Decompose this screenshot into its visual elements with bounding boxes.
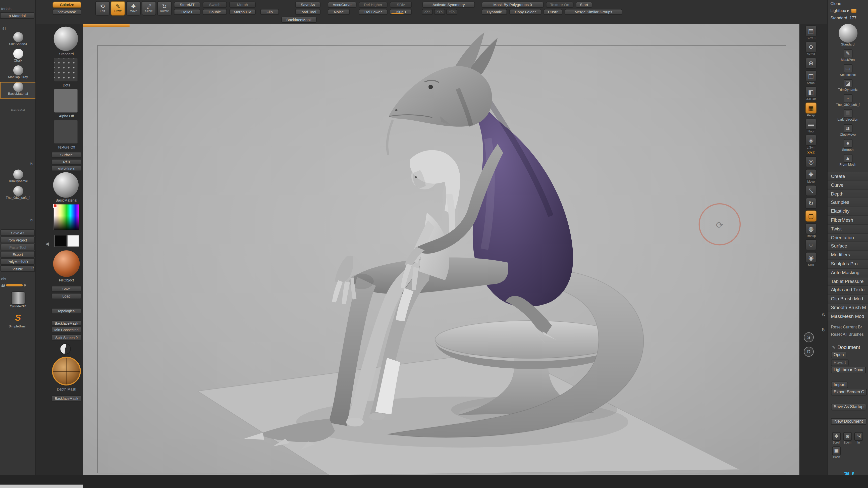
- mask-by-polygroups-slider[interactable]: Mask By Polygroups 0: [482, 2, 544, 8]
- brush-palette-item[interactable]: ● Smooth: [828, 139, 868, 154]
- backfacemask-button-2[interactable]: BackfaceMask: [52, 396, 82, 402]
- current-material-thumbnail[interactable]: [53, 172, 79, 197]
- main-color-swatch[interactable]: [54, 235, 66, 247]
- del-higher-button[interactable]: Del Higher: [359, 2, 388, 8]
- double-button[interactable]: Double: [203, 9, 227, 15]
- mode-button[interactable]: ↻ Rotate: [157, 1, 172, 15]
- mode-button[interactable]: ⤢ Scale: [142, 1, 156, 15]
- brush-menu-item[interactable]: Orientation: [828, 234, 868, 242]
- shelf-button[interactable]: ◎: [805, 156, 816, 167]
- noise-button[interactable]: Noise: [328, 9, 350, 15]
- color-picker[interactable]: [53, 204, 80, 231]
- document-nav-button[interactable]: ✥ Scroll: [832, 432, 841, 444]
- material-item[interactable]: MatCap Gray: [0, 65, 36, 82]
- sym-z-button[interactable]: >Z<: [446, 9, 457, 15]
- topological-button[interactable]: Topological: [52, 308, 82, 314]
- brush-menu-item[interactable]: Surface: [828, 242, 868, 251]
- texture-on-button[interactable]: Texture On: [546, 2, 574, 8]
- save-as-button[interactable]: Save As: [295, 2, 320, 8]
- active-document-tab[interactable]: [83, 24, 130, 27]
- panel-collapse-arrow[interactable]: ◀: [45, 242, 49, 246]
- shelf-button[interactable]: ✥ Move: [805, 169, 816, 183]
- mode-button[interactable]: ✥ Move: [126, 1, 141, 15]
- dynamic-button[interactable]: Dynamic: [482, 9, 507, 15]
- shelf-button[interactable]: ▤ SPix 3: [805, 25, 816, 40]
- accucurve-button[interactable]: AccuCurve: [328, 2, 356, 8]
- texture-thumbnail[interactable]: [54, 120, 78, 144]
- fill-color-sphere[interactable]: [53, 250, 80, 277]
- shelf-button[interactable]: ⤡: [805, 185, 816, 196]
- shelf-button[interactable]: XYZ: [807, 151, 815, 155]
- document-menu-item[interactable]: Import: [831, 381, 868, 389]
- document-menu-item[interactable]: Lightbox►Docu: [831, 366, 868, 374]
- document-menu-item[interactable]: Save As Startup: [831, 403, 868, 411]
- brush-menu-item[interactable]: Sculptris Pro: [828, 260, 868, 269]
- tool-action-button[interactable]: Save As: [0, 229, 35, 236]
- brush-menu-item[interactable]: FiberMesh: [828, 216, 868, 225]
- document-menu-item[interactable]: Open: [831, 352, 868, 359]
- shelf-circle-button[interactable]: S: [804, 332, 814, 342]
- sym-y-button[interactable]: >Y<: [434, 9, 445, 15]
- shelf-button[interactable]: ▢: [805, 211, 816, 222]
- secondary-color-swatch[interactable]: [67, 235, 79, 247]
- brush-menu-item[interactable]: Samples: [828, 199, 868, 207]
- shelf-button[interactable]: ◉ Solo: [805, 252, 816, 266]
- depth-mask-dial[interactable]: [52, 357, 81, 386]
- material-panel-button[interactable]: p Material: [0, 12, 34, 19]
- morph-button[interactable]: Morph: [229, 2, 256, 8]
- material-item[interactable]: PasteMat: [0, 98, 36, 115]
- delmt-button[interactable]: DelMT: [174, 9, 200, 15]
- brush-menu-item[interactable]: Elasticity: [828, 207, 868, 216]
- backfacemask-button[interactable]: BackfaceMask: [281, 17, 317, 23]
- stroke-thumbnail[interactable]: [54, 58, 78, 82]
- brush-menu-item[interactable]: Tablet Pressure: [828, 277, 868, 286]
- save-button[interactable]: Save: [52, 286, 82, 292]
- shelf-button[interactable]: ◈ L.Sym: [805, 135, 816, 149]
- shelf-button[interactable]: ◍ Transp: [805, 223, 816, 238]
- shelf-button[interactable]: ↻: [805, 198, 816, 209]
- reset-all-brushes-button[interactable]: Reset All Brushes: [828, 330, 868, 338]
- cust2-button[interactable]: Cust2: [544, 9, 562, 15]
- flip-button[interactable]: Flip: [260, 9, 279, 15]
- document-menu-item[interactable]: Revert: [831, 359, 868, 366]
- shelf-button[interactable]: ◫ Actual: [805, 70, 816, 85]
- surface-button[interactable]: Surface: [52, 152, 82, 158]
- copy-folder-button[interactable]: Copy Folder: [509, 9, 541, 15]
- history-icon[interactable]: ↻: [30, 218, 35, 223]
- tool-action-button[interactable]: Visible R: [0, 265, 35, 272]
- shelf-button[interactable]: ◌: [805, 239, 816, 250]
- brush-menu-item[interactable]: Depth: [828, 190, 868, 199]
- brush-palette-item[interactable]: ◦ The_GIO_soft_f: [828, 94, 868, 109]
- brush-palette-item[interactable]: Standard: [828, 24, 868, 49]
- brush-palette-item[interactable]: ≣ bark_direction: [828, 109, 868, 124]
- document-nav-button[interactable]: ⇲ In: [854, 432, 863, 444]
- document-nav-button[interactable]: ▣ Back: [832, 447, 841, 459]
- document-menu-item[interactable]: Export Screen C: [831, 389, 868, 396]
- min-connected-button[interactable]: Min Connected: [52, 327, 82, 332]
- brush-menu-item[interactable]: Auto Masking: [828, 268, 868, 277]
- activate-symmetry-button[interactable]: Activate Symmetry: [423, 2, 475, 8]
- brush-palette-item[interactable]: ✎ MaskPen: [828, 49, 868, 64]
- start-button[interactable]: Start: [576, 2, 592, 8]
- brush-menu-item[interactable]: Alpha and Textu: [828, 286, 868, 295]
- switch-button[interactable]: Switch: [203, 2, 227, 8]
- subtool-slider[interactable]: 48 R: [1, 282, 34, 288]
- del-lower-button[interactable]: Del Lower: [359, 9, 388, 15]
- document-nav-button[interactable]: ⊕ Zoom: [843, 432, 852, 444]
- material-item[interactable]: SkinShade4: [0, 32, 36, 49]
- backfacemask-button[interactable]: BackfaceMask: [52, 320, 82, 326]
- merge-similar-groups-button[interactable]: Merge Similar Groups: [565, 9, 622, 15]
- sculpt-canvas[interactable]: ⟳: [83, 24, 800, 475]
- load-tool-button[interactable]: Load Tool: [295, 9, 320, 15]
- brush-palette-item[interactable]: ≋ ClothMove: [828, 124, 868, 139]
- brush-menu-item[interactable]: Clip Brush Mod: [828, 295, 868, 304]
- slider-bar[interactable]: [6, 284, 23, 286]
- mode-button[interactable]: ✎ Draw: [111, 1, 125, 15]
- brush-menu-item[interactable]: Curve: [828, 181, 868, 190]
- brush-palette-item[interactable]: ▭ SelectRect: [828, 64, 868, 80]
- brush-palette-item[interactable]: ◪ TrimDynamic: [828, 79, 868, 94]
- shelf-button[interactable]: ▬ Floor: [805, 119, 816, 133]
- viewmask-button[interactable]: ViewMask: [53, 9, 82, 15]
- mode-button[interactable]: ⟲ Edit: [95, 1, 110, 15]
- reset-current-brush-button[interactable]: Reset Current Br: [828, 323, 868, 330]
